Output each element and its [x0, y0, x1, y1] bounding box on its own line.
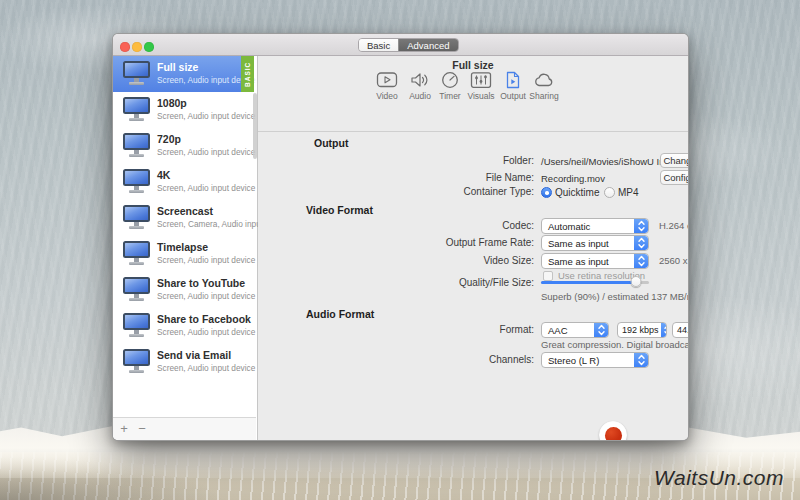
toolbar-divider [258, 131, 688, 132]
audio-format-value: AAC [548, 325, 568, 336]
settings-panel: Full size Video Audio [258, 56, 688, 440]
preset-item-1080p[interactable]: 1080p Screen, Audio input device [113, 92, 254, 128]
preset-subtitle: Screen, Audio input device [157, 183, 255, 193]
timer-icon [441, 71, 459, 89]
video-size-note: 2560 x 1600 [659, 253, 689, 269]
radio-mp4-label: MP4 [618, 187, 639, 199]
toolbar-tab-sharing[interactable]: Sharing [523, 71, 565, 109]
quality-slider[interactable] [541, 276, 649, 289]
file-name-value: Recording.mov [541, 171, 605, 186]
output-section-heading: Output [314, 137, 348, 149]
title-bar: Basic Advanced [113, 34, 688, 56]
close-button[interactable] [120, 42, 130, 52]
audio-icon [410, 71, 430, 89]
frame-rate-select[interactable]: Same as input [541, 235, 649, 251]
stepper-arrows-icon [594, 323, 608, 337]
preset-item-full-size[interactable]: Full size Screen, Audio input device BAS… [113, 56, 254, 92]
quality-note: Superb (90%) / estimated 137 MB/min [541, 289, 689, 305]
preset-subtitle: Screen, Audio input device [157, 327, 255, 337]
preset-item-send-via-email[interactable]: Send via Email Screen, Audio input devic… [113, 344, 254, 380]
preset-title: 4K [157, 169, 170, 181]
audio-format-heading: Audio Format [306, 308, 374, 320]
preset-subtitle: Screen, Audio input device [157, 363, 255, 373]
record-button[interactable] [599, 421, 627, 441]
change-folder-button[interactable]: Change... [660, 153, 689, 168]
display-icon [122, 313, 152, 339]
preset-item-timelapse[interactable]: Timelapse Screen, Audio input device [113, 236, 254, 272]
preset-sidebar: Full size Screen, Audio input device BAS… [113, 56, 258, 440]
sidebar-scrollbar[interactable] [253, 93, 257, 159]
preset-item-screencast[interactable]: Screencast Screen, Camera, Audio input..… [113, 200, 254, 236]
audio-format-note: Great compression. Digital broadcast qua… [541, 337, 689, 353]
preset-title: Share to Facebook [157, 313, 251, 325]
display-icon [122, 277, 152, 303]
preset-title: Send via Email [157, 349, 231, 361]
zoom-button[interactable] [144, 42, 154, 52]
preset-title: 720p [157, 133, 181, 145]
video-icon [376, 71, 398, 89]
audio-bitrate-select[interactable]: 192 kbps [617, 322, 667, 338]
video-size-label: Video Size: [298, 253, 534, 269]
preset-title: Share to YouTube [157, 277, 245, 289]
stepper-arrows-icon [634, 254, 648, 268]
preset-item-720p[interactable]: 720p Screen, Audio input device [113, 128, 254, 164]
audio-format-label: Format: [298, 322, 534, 338]
display-icon [122, 241, 152, 267]
preset-subtitle: Screen, Audio input device [157, 255, 255, 265]
remove-preset-button[interactable]: − [135, 421, 149, 437]
audio-format-select[interactable]: AAC [541, 322, 609, 338]
preset-title: Screencast [157, 205, 213, 217]
display-icon [122, 61, 152, 87]
display-icon [122, 133, 152, 159]
quality-slider-thumb[interactable] [631, 276, 642, 287]
channels-select[interactable]: Stereo (L R) [541, 352, 649, 368]
codec-note: H.264 encoding will be used [659, 218, 689, 234]
audio-bitrate-value: 192 kbps [622, 325, 659, 335]
tab-advanced[interactable]: Advanced [398, 39, 457, 51]
frame-rate-value: Same as input [548, 238, 609, 249]
preset-title: Timelapse [157, 241, 208, 253]
preset-subtitle: Screen, Camera, Audio input... [157, 219, 270, 229]
stepper-arrows-icon [634, 236, 648, 250]
watermark-text: WaitsUn.com [654, 466, 784, 490]
display-icon [122, 205, 152, 231]
radio-mp4[interactable] [604, 187, 615, 198]
preset-title: 1080p [157, 97, 187, 109]
tab-basic[interactable]: Basic [359, 39, 398, 51]
codec-value: Automatic [548, 221, 590, 232]
preset-subtitle: Screen, Audio input device [157, 291, 255, 301]
container-type-label: Container Type: [298, 184, 534, 200]
display-icon [122, 169, 152, 195]
video-size-select[interactable]: Same as input [541, 253, 649, 269]
audio-samplerate-value: 44.1 kHz [677, 325, 689, 335]
sidebar-bottom-bar: + − [113, 417, 256, 440]
codec-label: Codec: [298, 218, 534, 234]
folder-label: Folder: [298, 153, 534, 169]
preset-title: Full size [157, 61, 198, 73]
stepper-arrows-icon [634, 353, 648, 367]
preset-item-share-to-youtube[interactable]: Share to YouTube Screen, Audio input dev… [113, 272, 254, 308]
output-icon [505, 71, 521, 89]
desktop-background: WaitsUn.com Basic Advanced Full size Scr… [0, 0, 800, 500]
audio-samplerate-select[interactable]: 44.1 kHz [672, 322, 689, 338]
app-window: Basic Advanced Full size Screen, Audio i… [112, 33, 689, 441]
video-format-heading: Video Format [306, 204, 373, 216]
mode-segmented-control: Basic Advanced [358, 38, 459, 52]
preset-item-share-to-facebook[interactable]: Share to Facebook Screen, Audio input de… [113, 308, 254, 344]
sharing-icon [533, 71, 555, 89]
frame-rate-label: Output Frame Rate: [298, 235, 534, 251]
visuals-icon [470, 71, 492, 89]
preset-item-4k[interactable]: 4K Screen, Audio input device [113, 164, 254, 200]
panel-title: Full size [258, 59, 688, 71]
quality-label: Quality/File Size: [298, 275, 534, 291]
radio-quicktime[interactable] [541, 187, 552, 198]
configure-file-name-button[interactable]: Configure [660, 170, 689, 185]
add-preset-button[interactable]: + [117, 421, 131, 437]
codec-select[interactable]: Automatic [541, 218, 649, 234]
minimize-button[interactable] [132, 42, 142, 52]
stepper-arrows-icon [634, 219, 648, 233]
display-icon [122, 349, 152, 375]
channels-value: Stereo (L R) [548, 355, 599, 366]
preset-subtitle: Screen, Audio input device [157, 147, 255, 157]
display-icon [122, 97, 152, 123]
